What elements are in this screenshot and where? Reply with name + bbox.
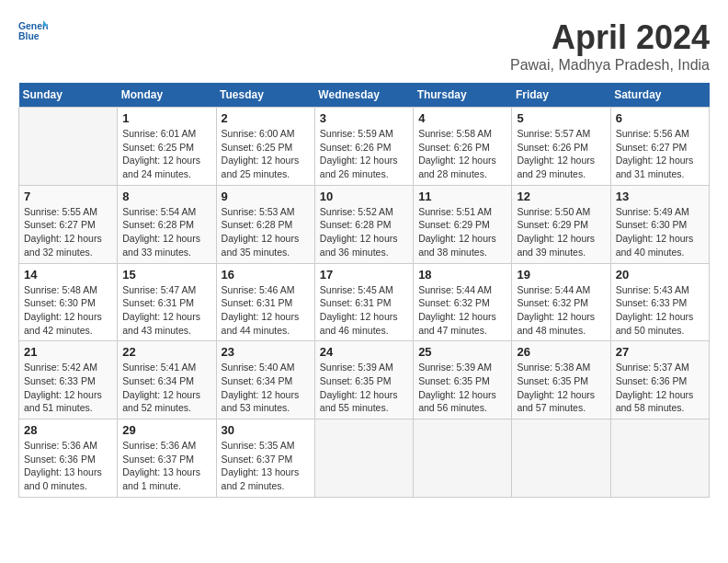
cell-content: Sunrise: 5:36 AM Sunset: 6:36 PM Dayligh… bbox=[24, 439, 112, 493]
table-cell bbox=[19, 108, 118, 186]
header-monday: Monday bbox=[118, 83, 216, 108]
day-number: 13 bbox=[616, 190, 704, 203]
table-cell: 21Sunrise: 5:42 AM Sunset: 6:33 PM Dayli… bbox=[19, 341, 118, 419]
day-number: 17 bbox=[320, 268, 408, 282]
day-number: 15 bbox=[122, 268, 210, 282]
table-cell: 7Sunrise: 5:55 AM Sunset: 6:27 PM Daylig… bbox=[19, 185, 118, 263]
cell-content: Sunrise: 5:57 AM Sunset: 6:26 PM Dayligh… bbox=[517, 127, 605, 181]
day-number: 22 bbox=[122, 345, 210, 359]
table-cell: 24Sunrise: 5:39 AM Sunset: 6:35 PM Dayli… bbox=[314, 341, 413, 419]
day-number: 28 bbox=[24, 423, 112, 437]
week-row-3: 14Sunrise: 5:48 AM Sunset: 6:30 PM Dayli… bbox=[19, 263, 710, 341]
table-cell: 12Sunrise: 5:50 AM Sunset: 6:29 PM Dayli… bbox=[512, 185, 610, 263]
table-cell: 29Sunrise: 5:36 AM Sunset: 6:37 PM Dayli… bbox=[118, 419, 216, 498]
table-cell: 23Sunrise: 5:40 AM Sunset: 6:34 PM Dayli… bbox=[216, 341, 314, 419]
cell-content: Sunrise: 5:55 AM Sunset: 6:27 PM Dayligh… bbox=[24, 205, 112, 259]
day-number: 20 bbox=[616, 268, 704, 282]
day-number: 1 bbox=[122, 111, 210, 125]
day-number: 26 bbox=[517, 345, 605, 359]
cell-content: Sunrise: 5:53 AM Sunset: 6:28 PM Dayligh… bbox=[222, 205, 310, 259]
cell-content: Sunrise: 5:42 AM Sunset: 6:33 PM Dayligh… bbox=[24, 361, 112, 415]
cell-content: Sunrise: 5:52 AM Sunset: 6:28 PM Dayligh… bbox=[320, 205, 408, 259]
cell-content: Sunrise: 5:56 AM Sunset: 6:27 PM Dayligh… bbox=[616, 127, 704, 181]
day-number: 4 bbox=[418, 111, 506, 125]
day-number: 25 bbox=[418, 345, 506, 359]
day-number: 27 bbox=[616, 345, 704, 359]
table-cell: 20Sunrise: 5:43 AM Sunset: 6:33 PM Dayli… bbox=[610, 263, 709, 341]
cell-content: Sunrise: 5:58 AM Sunset: 6:26 PM Dayligh… bbox=[418, 127, 506, 181]
week-row-1: 1Sunrise: 6:01 AM Sunset: 6:25 PM Daylig… bbox=[19, 108, 710, 186]
cell-content: Sunrise: 5:50 AM Sunset: 6:29 PM Dayligh… bbox=[517, 205, 605, 259]
day-number: 23 bbox=[222, 345, 310, 359]
title-section: April 2024 Pawai, Madhya Pradesh, India bbox=[510, 18, 710, 74]
table-cell: 11Sunrise: 5:51 AM Sunset: 6:29 PM Dayli… bbox=[414, 185, 512, 263]
table-cell: 15Sunrise: 5:47 AM Sunset: 6:31 PM Dayli… bbox=[118, 263, 216, 341]
header-thursday: Thursday bbox=[414, 83, 512, 108]
cell-content: Sunrise: 5:47 AM Sunset: 6:31 PM Dayligh… bbox=[122, 283, 210, 338]
week-row-2: 7Sunrise: 5:55 AM Sunset: 6:27 PM Daylig… bbox=[19, 185, 710, 263]
cell-content: Sunrise: 5:59 AM Sunset: 6:26 PM Dayligh… bbox=[320, 127, 408, 181]
table-cell: 5Sunrise: 5:57 AM Sunset: 6:26 PM Daylig… bbox=[512, 108, 610, 186]
table-cell: 1Sunrise: 6:01 AM Sunset: 6:25 PM Daylig… bbox=[118, 108, 216, 186]
day-number: 14 bbox=[24, 268, 112, 282]
table-cell: 27Sunrise: 5:37 AM Sunset: 6:36 PM Dayli… bbox=[610, 341, 709, 419]
day-number: 7 bbox=[24, 190, 112, 203]
table-cell: 25Sunrise: 5:39 AM Sunset: 6:35 PM Dayli… bbox=[414, 341, 512, 419]
table-cell: 22Sunrise: 5:41 AM Sunset: 6:34 PM Dayli… bbox=[118, 341, 216, 419]
table-cell: 16Sunrise: 5:46 AM Sunset: 6:31 PM Dayli… bbox=[216, 263, 314, 341]
day-number: 21 bbox=[24, 345, 112, 359]
day-number: 6 bbox=[616, 111, 704, 125]
table-cell bbox=[610, 419, 709, 498]
cell-content: Sunrise: 5:46 AM Sunset: 6:31 PM Dayligh… bbox=[222, 283, 310, 338]
cell-content: Sunrise: 5:39 AM Sunset: 6:35 PM Dayligh… bbox=[418, 361, 506, 415]
cell-content: Sunrise: 5:44 AM Sunset: 6:32 PM Dayligh… bbox=[418, 283, 506, 338]
cell-content: Sunrise: 5:51 AM Sunset: 6:29 PM Dayligh… bbox=[418, 205, 506, 259]
table-cell: 19Sunrise: 5:44 AM Sunset: 6:32 PM Dayli… bbox=[512, 263, 610, 341]
page-subtitle: Pawai, Madhya Pradesh, India bbox=[510, 57, 710, 74]
cell-content: Sunrise: 5:37 AM Sunset: 6:36 PM Dayligh… bbox=[616, 361, 704, 415]
table-cell: 13Sunrise: 5:49 AM Sunset: 6:30 PM Dayli… bbox=[610, 185, 709, 263]
table-cell bbox=[314, 419, 413, 498]
table-cell: 26Sunrise: 5:38 AM Sunset: 6:35 PM Dayli… bbox=[512, 341, 610, 419]
cell-content: Sunrise: 5:38 AM Sunset: 6:35 PM Dayligh… bbox=[517, 361, 605, 415]
logo-icon: General Blue bbox=[18, 18, 48, 44]
cell-content: Sunrise: 5:36 AM Sunset: 6:37 PM Dayligh… bbox=[122, 439, 210, 493]
cell-content: Sunrise: 5:35 AM Sunset: 6:37 PM Dayligh… bbox=[222, 439, 310, 493]
header-friday: Friday bbox=[512, 83, 610, 108]
cell-content: Sunrise: 5:40 AM Sunset: 6:34 PM Dayligh… bbox=[222, 361, 310, 415]
day-number: 3 bbox=[320, 111, 408, 125]
cell-content: Sunrise: 5:48 AM Sunset: 6:30 PM Dayligh… bbox=[24, 283, 112, 338]
calendar-table: Sunday Monday Tuesday Wednesday Thursday… bbox=[18, 83, 710, 498]
header-saturday: Saturday bbox=[610, 83, 709, 108]
cell-content: Sunrise: 6:01 AM Sunset: 6:25 PM Dayligh… bbox=[122, 127, 210, 181]
table-cell: 30Sunrise: 5:35 AM Sunset: 6:37 PM Dayli… bbox=[216, 419, 314, 498]
cell-content: Sunrise: 5:44 AM Sunset: 6:32 PM Dayligh… bbox=[517, 283, 605, 338]
day-number: 2 bbox=[222, 111, 310, 125]
logo: General Blue bbox=[18, 18, 48, 44]
table-cell: 2Sunrise: 6:00 AM Sunset: 6:25 PM Daylig… bbox=[216, 108, 314, 186]
day-number: 16 bbox=[222, 268, 310, 282]
day-number: 9 bbox=[222, 190, 310, 203]
day-number: 18 bbox=[418, 268, 506, 282]
table-cell bbox=[512, 419, 610, 498]
table-cell: 14Sunrise: 5:48 AM Sunset: 6:30 PM Dayli… bbox=[19, 263, 118, 341]
day-number: 11 bbox=[418, 190, 506, 203]
table-cell: 3Sunrise: 5:59 AM Sunset: 6:26 PM Daylig… bbox=[314, 108, 413, 186]
cell-content: Sunrise: 5:45 AM Sunset: 6:31 PM Dayligh… bbox=[320, 283, 408, 338]
week-row-4: 21Sunrise: 5:42 AM Sunset: 6:33 PM Dayli… bbox=[19, 341, 710, 419]
cell-content: Sunrise: 5:49 AM Sunset: 6:30 PM Dayligh… bbox=[616, 205, 704, 259]
day-number: 19 bbox=[517, 268, 605, 282]
day-number: 5 bbox=[517, 111, 605, 125]
table-cell: 17Sunrise: 5:45 AM Sunset: 6:31 PM Dayli… bbox=[314, 263, 413, 341]
cell-content: Sunrise: 5:39 AM Sunset: 6:35 PM Dayligh… bbox=[320, 361, 408, 415]
table-cell: 10Sunrise: 5:52 AM Sunset: 6:28 PM Dayli… bbox=[314, 185, 413, 263]
table-cell: 9Sunrise: 5:53 AM Sunset: 6:28 PM Daylig… bbox=[216, 185, 314, 263]
table-cell: 18Sunrise: 5:44 AM Sunset: 6:32 PM Dayli… bbox=[414, 263, 512, 341]
table-cell: 28Sunrise: 5:36 AM Sunset: 6:36 PM Dayli… bbox=[19, 419, 118, 498]
week-row-5: 28Sunrise: 5:36 AM Sunset: 6:36 PM Dayli… bbox=[19, 419, 710, 498]
header-wednesday: Wednesday bbox=[314, 83, 413, 108]
cell-content: Sunrise: 6:00 AM Sunset: 6:25 PM Dayligh… bbox=[222, 127, 310, 181]
table-cell: 4Sunrise: 5:58 AM Sunset: 6:26 PM Daylig… bbox=[414, 108, 512, 186]
table-cell: 8Sunrise: 5:54 AM Sunset: 6:28 PM Daylig… bbox=[118, 185, 216, 263]
svg-text:Blue: Blue bbox=[18, 31, 40, 41]
